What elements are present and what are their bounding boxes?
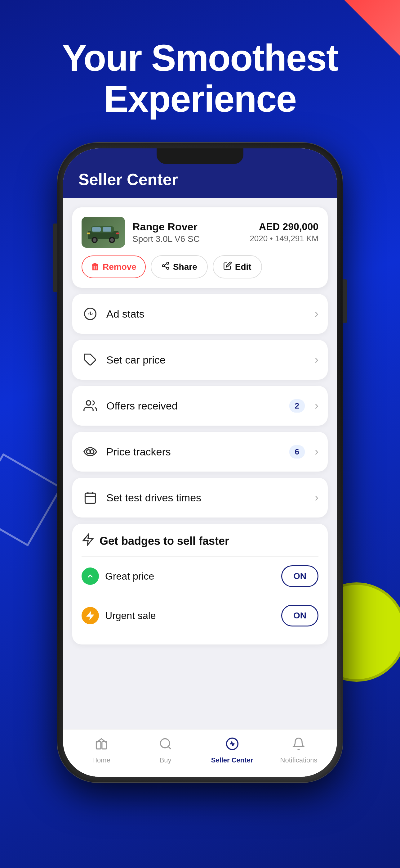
set-car-price-label: Set car price — [106, 354, 305, 366]
set-car-price-card: Set car price › — [72, 340, 328, 380]
set-car-price-icon — [81, 351, 99, 369]
trash-icon: 🗑 — [91, 262, 100, 272]
nav-seller-center-label: Seller Center — [211, 756, 253, 764]
svg-point-17 — [86, 401, 91, 405]
notifications-icon — [292, 737, 305, 754]
car-info-row: Range Rover Sport 3.0L V6 SC AED 290,000… — [81, 217, 319, 248]
car-svg — [85, 221, 122, 243]
screen-content: Range Rover Sport 3.0L V6 SC AED 290,000… — [63, 198, 337, 729]
car-name: Range Rover — [132, 221, 242, 233]
price-trackers-icon — [81, 443, 99, 460]
remove-button[interactable]: 🗑 Remove — [81, 255, 146, 278]
nav-item-home[interactable]: Home — [83, 737, 120, 764]
phone-outer: Seller Center — [57, 143, 343, 782]
svg-line-29 — [168, 747, 171, 749]
bottom-nav: Home Buy — [63, 729, 337, 777]
svg-line-13 — [164, 266, 167, 268]
car-year-km: 2020 • 149,291 KM — [249, 234, 319, 243]
urgent-sale-item: Urgent sale ON — [81, 596, 319, 635]
nav-home-label: Home — [92, 756, 110, 764]
ad-stats-chevron: › — [315, 307, 319, 320]
set-test-drives-chevron: › — [315, 491, 319, 504]
buy-icon — [159, 737, 172, 754]
car-actions: 🗑 Remove Share — [81, 255, 319, 278]
deco-left — [0, 453, 62, 547]
ad-stats-label: Ad stats — [106, 308, 305, 320]
svg-point-5 — [93, 238, 96, 242]
urgent-sale-label: Urgent sale — [105, 610, 281, 621]
car-card: Range Rover Sport 3.0L V6 SC AED 290,000… — [72, 207, 328, 288]
svg-rect-20 — [85, 493, 96, 503]
edit-button[interactable]: Edit — [213, 255, 262, 278]
car-spec: Sport 3.0L V6 SC — [132, 234, 242, 244]
svg-rect-2 — [92, 227, 101, 231]
badges-title-row: Get badges to sell faster — [81, 533, 319, 549]
nav-item-seller-center[interactable]: Seller Center — [211, 737, 253, 764]
set-car-price-item[interactable]: Set car price › — [81, 340, 319, 380]
svg-point-7 — [110, 238, 114, 242]
phone-screen: Seller Center — [63, 148, 337, 777]
svg-line-14 — [164, 264, 167, 266]
car-image — [81, 217, 125, 248]
car-price-column: AED 290,000 2020 • 149,291 KM — [249, 221, 319, 243]
great-price-toggle[interactable]: ON — [281, 565, 319, 587]
nav-item-notifications[interactable]: Notifications — [280, 737, 317, 764]
great-price-item: Great price ON — [81, 556, 319, 596]
set-test-drives-label: Set test drives times — [106, 492, 305, 504]
nav-item-buy[interactable]: Buy — [147, 737, 184, 764]
svg-point-12 — [167, 267, 169, 270]
price-trackers-card: Price trackers 6 › — [72, 432, 328, 471]
svg-marker-24 — [83, 534, 93, 545]
car-details: Range Rover Sport 3.0L V6 SC — [132, 221, 242, 244]
svg-rect-9 — [116, 232, 120, 235]
screen-title: Seller Center — [78, 170, 178, 188]
svg-point-28 — [160, 739, 169, 748]
price-trackers-label: Price trackers — [106, 446, 282, 458]
great-price-label: Great price — [105, 570, 281, 582]
badges-section-icon — [81, 533, 95, 549]
offers-received-icon — [81, 397, 99, 414]
urgent-sale-toggle[interactable]: ON — [281, 605, 319, 626]
phone-notch — [157, 148, 243, 164]
set-test-drives-item[interactable]: Set test drives times › — [81, 478, 319, 518]
ad-stats-card: Ad stats › — [72, 294, 328, 334]
car-image-inner — [81, 217, 125, 248]
urgent-sale-icon — [81, 607, 99, 624]
set-car-price-chevron: › — [315, 353, 319, 366]
price-trackers-badge: 6 — [289, 445, 305, 459]
share-button[interactable]: Share — [151, 255, 208, 278]
offers-received-label: Offers received — [106, 400, 282, 412]
nav-notifications-label: Notifications — [280, 756, 318, 764]
hero-title: Your Smoothest Experience — [0, 37, 400, 119]
offers-received-badge: 2 — [289, 399, 305, 412]
offers-received-chevron: › — [315, 399, 319, 412]
badges-title: Get badges to sell faster — [100, 535, 229, 548]
car-price: AED 290,000 — [249, 221, 319, 232]
badges-card: Get badges to sell faster Great price ON — [72, 524, 328, 645]
edit-icon — [223, 261, 232, 272]
nav-buy-label: Buy — [160, 756, 171, 764]
svg-point-10 — [167, 262, 169, 264]
great-price-icon — [81, 567, 99, 585]
svg-point-11 — [162, 265, 164, 267]
price-trackers-item[interactable]: Price trackers 6 › — [81, 432, 319, 471]
svg-marker-25 — [87, 612, 94, 619]
ad-stats-item[interactable]: Ad stats › — [81, 294, 319, 334]
ad-stats-icon — [81, 305, 99, 322]
set-test-drives-icon — [81, 489, 99, 506]
offers-received-item[interactable]: Offers received 2 › — [81, 386, 319, 426]
phone-mockup: Seller Center — [57, 143, 343, 782]
offers-received-card: Offers received 2 › — [72, 386, 328, 426]
home-icon — [95, 737, 108, 754]
seller-center-icon — [226, 737, 239, 754]
price-trackers-chevron: › — [315, 445, 319, 458]
set-test-drives-card: Set test drives times › — [72, 478, 328, 518]
svg-rect-3 — [103, 227, 111, 231]
svg-rect-8 — [87, 232, 90, 235]
share-icon — [161, 261, 170, 272]
